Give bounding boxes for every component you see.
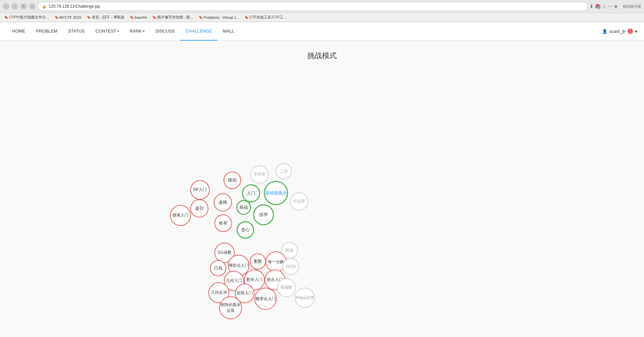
nav-contest[interactable]: CONTEST ▾ — [90, 22, 124, 41]
contest-dropdown-icon: ▾ — [117, 29, 119, 33]
bookmark-favicon-5: 🔖 — [152, 15, 156, 19]
nav-mall[interactable]: MALL — [217, 22, 240, 41]
nav-discuss[interactable]: DISCUSS — [150, 22, 180, 41]
bubble-paixu[interactable]: 排序 — [253, 204, 274, 225]
bubble-erfen[interactable]: 二分 — [276, 163, 292, 179]
refresh-button[interactable]: ↻ — [20, 3, 27, 10]
bookmark-label-3: 首页 - 囧子 - 博客园 — [92, 15, 124, 20]
bookmark-label-5: 图片像写术加密 - 图... — [157, 15, 193, 20]
bubble-polya[interactable]: Pólya定理 — [295, 288, 315, 308]
bookmark-label-1: CTF中图片隐藏文件分... — [9, 15, 49, 20]
rank-dropdown-icon: ▾ — [143, 29, 145, 33]
bubble-tanxin[interactable]: 贪心 — [237, 221, 254, 239]
bubble-moni[interactable]: 模拟 — [224, 172, 241, 189]
nav-contest-label: CONTEST — [95, 29, 116, 34]
bubble-sousuo[interactable]: 搜索入门 — [170, 205, 191, 226]
bubble-digui[interactable]: 递归 — [190, 199, 208, 218]
nav-home[interactable]: HOME — [7, 22, 31, 41]
bookmark-favicon-2: 🔖 — [54, 15, 58, 19]
bubble-gcd[interactable]: GCD — [282, 258, 299, 275]
bookmark-favicon-3: 🔖 — [87, 15, 91, 19]
bookmark-label-4: base64 — [135, 15, 147, 19]
bubble-zifuchuan[interactable]: 字符串 — [250, 165, 269, 184]
user-name: scanf_jh — [609, 29, 626, 34]
bookmark-3[interactable]: 🔖 首页 - 囧子 - 博客园 — [85, 14, 126, 20]
nav-problem[interactable]: PROBLEM — [31, 22, 63, 41]
bubble-sushu[interactable]: 素数 — [250, 253, 266, 270]
user-dropdown-icon: ▾ — [635, 29, 637, 34]
forward-button[interactable]: → — [11, 3, 18, 10]
page-title: 挑战模式 — [0, 51, 644, 61]
more-btn[interactable]: ⋯ — [608, 4, 612, 9]
url-bar[interactable]: 🔒 120.78.128.11/Challenge.jsp — [38, 2, 588, 11]
nav-links: HOME PROBLEM STATUS CONTEST ▾ RANK ▾ DIS… — [7, 22, 240, 41]
bubble-container: 模拟 字符串 二分 DP入门 入门 基础题集合 位运算 递推 基础 递归 排序 … — [0, 74, 644, 329]
bookmark-favicon-7: 🔖 — [244, 15, 248, 19]
star-btn[interactable]: ★ — [614, 4, 618, 9]
user-badge: 1 — [628, 29, 633, 34]
bookmark-label-2: MYCTF 2015 — [59, 15, 81, 19]
bookmark-5[interactable]: 🔖 图片像写术加密 - 图... — [151, 14, 195, 20]
bubble-weiyunsuan[interactable]: 位运算 — [290, 192, 308, 210]
bubble-ditui[interactable]: 递推 — [214, 193, 232, 211]
mobile-label: 移动版书签 — [623, 4, 641, 9]
bubble-jichuti[interactable]: 基础题集合 — [264, 181, 288, 205]
bookmark-1[interactable]: 🔖 CTF中图片隐藏文件分... — [3, 14, 50, 20]
bubble-jichu[interactable]: 基础 — [236, 200, 251, 215]
bookmark-favicon-6: 🔖 — [199, 15, 203, 19]
nav-rank-label: RANK — [130, 29, 142, 34]
bubble-rumen[interactable]: 入门 — [242, 184, 260, 202]
browser-chrome: ← → ↻ ⌂ 🔒 120.78.128.11/Challenge.jsp ⬇ … — [0, 0, 644, 22]
bookmarks-bar: 🔖 CTF中图片隐藏文件分... 🔖 MYCTF 2015 🔖 首页 - 囧子 … — [0, 13, 644, 22]
browser-actions: ⬇ 📚 ☆ ⋯ ★ — [590, 4, 618, 9]
nav-status[interactable]: STATUS — [63, 22, 90, 41]
bookmark-favicon-4: 🔖 — [130, 15, 134, 19]
bubble-meiju[interactable]: 枚举 — [214, 214, 232, 232]
bookmark-6[interactable]: 🔖 Problems - Virtual J... — [197, 15, 240, 20]
home-button[interactable]: ⌂ — [29, 3, 36, 10]
bubble-muhan[interactable]: 母函数 — [277, 278, 296, 297]
bookmarks-btn[interactable]: ☆ — [602, 4, 606, 9]
library-btn[interactable]: 📚 — [595, 4, 601, 9]
nav-rank[interactable]: RANK ▾ — [124, 22, 150, 41]
bubble-dp[interactable]: DP入门 — [190, 180, 210, 200]
nav-user[interactable]: 👤 scanf_jh 1 ▾ — [602, 29, 637, 34]
bubble-tuhe[interactable]: 凸包 — [210, 260, 226, 276]
bookmark-label-7: CTF在线工具-CTF工... — [249, 15, 287, 20]
bookmark-2[interactable]: 🔖 MYCTF 2015 — [53, 15, 83, 20]
back-button[interactable]: ← — [3, 3, 9, 10]
nav-challenge[interactable]: CHALLENGE — [180, 22, 217, 41]
user-icon: 👤 — [602, 29, 607, 34]
bookmark-7[interactable]: 🔖 CTF在线工具-CTF工... — [243, 14, 288, 20]
bookmark-4[interactable]: 🔖 base64 — [128, 15, 148, 20]
download-btn[interactable]: ⬇ — [590, 4, 594, 9]
bubble-juzhen-jibenys[interactable]: 矩阵的基本运算 — [219, 296, 242, 319]
url-text: 120.78.128.11/Challenge.jsp — [49, 4, 100, 9]
bubble-gailvlun[interactable]: 概率论入门 — [254, 288, 277, 310]
bookmark-label-6: Problems - Virtual J... — [204, 15, 239, 19]
main-content: 挑战模式 模拟 字符串 二分 DP入门 入门 基础题集合 位运算 递推 基础 递… — [0, 41, 644, 337]
browser-toolbar: ← → ↻ ⌂ 🔒 120.78.128.11/Challenge.jsp ⬇ … — [0, 0, 644, 13]
nav-bar: HOME PROBLEM STATUS CONTEST ▾ RANK ▾ DIS… — [0, 22, 644, 41]
bookmark-favicon-1: 🔖 — [4, 15, 8, 19]
